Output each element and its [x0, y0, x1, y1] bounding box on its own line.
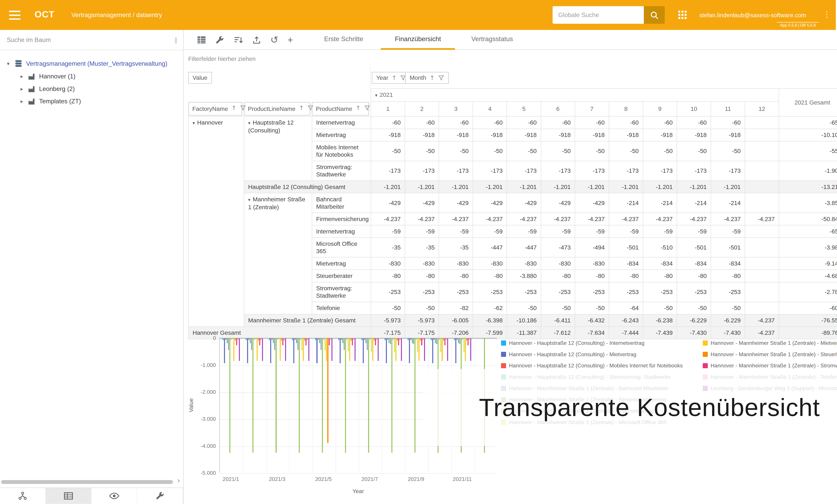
- splitter-handle-icon[interactable]: ∥: [173, 36, 179, 44]
- pivot-row-header-cell[interactable]: ▾Hannover: [188, 116, 244, 326]
- pivot-row-header-cell[interactable]: Internetvertrag: [312, 225, 371, 238]
- tree-item-hannover[interactable]: ▸ Hannover (1): [0, 70, 183, 82]
- tree-item-leonberg[interactable]: ▸ Leonberg (2): [0, 82, 183, 95]
- pivot-row-header-cell[interactable]: Mietvertrag: [312, 257, 371, 270]
- tree-item-templates[interactable]: ▸ Templates (ZT): [0, 95, 183, 108]
- tab-finanzuebersicht[interactable]: Finanzübersicht: [381, 30, 455, 50]
- global-search-input[interactable]: [553, 6, 644, 24]
- field-chip-productlinename[interactable]: ProductLineName: [244, 102, 310, 115]
- tree-item-label[interactable]: Hannover (1): [39, 73, 75, 80]
- kebab-menu-icon[interactable]: ⋮: [823, 10, 831, 19]
- filter-icon[interactable]: [438, 75, 444, 81]
- month-column-header[interactable]: 5: [507, 101, 541, 116]
- wrench-icon[interactable]: [215, 35, 224, 44]
- tree-root-item[interactable]: ▾ Vertragsmanagement (Muster_Vertragsver…: [0, 57, 183, 70]
- collapse-caret-icon[interactable]: ▾: [248, 197, 250, 202]
- filter-icon[interactable]: [240, 105, 246, 113]
- pivot-value-cell: -173: [677, 161, 711, 181]
- month-column-header[interactable]: 3: [439, 101, 473, 116]
- year-group-header[interactable]: ▾2021: [371, 89, 779, 101]
- field-chip-productname[interactable]: ProductName: [312, 102, 369, 115]
- pivot-value-cell: -6.238: [643, 314, 677, 326]
- pivot-value-cell: -50: [507, 302, 541, 314]
- tree-search-input[interactable]: [7, 36, 173, 43]
- tab-vertragsstatus[interactable]: Vertragsstatus: [455, 30, 529, 50]
- field-chip-factoryname[interactable]: FactoryName: [188, 102, 242, 115]
- pivot-row-header-cell[interactable]: Hauptstraße 12 (Consulting) Gesamt: [244, 181, 371, 193]
- hierarchy-view-button[interactable]: [0, 488, 46, 504]
- pivot-row-header-cell[interactable]: Bahncard Mitarbeiter: [312, 193, 371, 213]
- pivot-row-header-cell[interactable]: Mobiles Internet für Notebooks: [312, 141, 371, 161]
- search-button[interactable]: [644, 6, 665, 24]
- chart-bar: [232, 338, 233, 339]
- collapse-caret-icon[interactable]: ▾: [193, 120, 195, 126]
- tree-item-label[interactable]: Templates (ZT): [39, 98, 81, 105]
- pivot-row-header-cell[interactable]: Telefonie: [312, 302, 371, 314]
- sort-icon[interactable]: [298, 105, 304, 113]
- expander-down-icon[interactable]: ▾: [6, 61, 11, 67]
- month-column-header[interactable]: 9: [643, 101, 677, 116]
- sort-amount-icon[interactable]: [233, 35, 243, 45]
- scroll-right-icon[interactable]: ›: [177, 476, 180, 484]
- user-email[interactable]: stefan.lindenlaub@saxess-software.com: [699, 12, 806, 19]
- month-column-header[interactable]: 7: [575, 101, 609, 116]
- pivot-row-header-cell[interactable]: Firmenversicherung: [312, 213, 371, 225]
- collapse-caret-icon[interactable]: ▾: [375, 93, 377, 98]
- chart-bar: [318, 338, 319, 340]
- filter-icon[interactable]: [307, 105, 314, 113]
- pivot-row-header-cell[interactable]: Steuerberater: [312, 270, 371, 282]
- menu-icon[interactable]: [9, 11, 20, 20]
- tab-erste-schritte[interactable]: Erste Schritte: [306, 30, 381, 50]
- month-column-header[interactable]: 4: [473, 101, 507, 116]
- chart-bar: [228, 338, 229, 350]
- pivot-value-cell: -1.201: [643, 181, 677, 193]
- field-chip-year[interactable]: Year: [372, 72, 411, 84]
- collapse-caret-icon[interactable]: ▾: [248, 120, 250, 126]
- filter-icon[interactable]: [364, 105, 370, 113]
- expander-right-icon[interactable]: ▸: [19, 98, 24, 104]
- tree-root-label[interactable]: Vertragsmanagement (Muster_Vertragsverwa…: [26, 60, 167, 67]
- month-column-header[interactable]: 10: [677, 101, 711, 116]
- pivot-row-header-cell[interactable]: Internetvertrag: [312, 116, 371, 129]
- x-tick-label: 2021/9: [399, 476, 433, 482]
- chart-bar: [459, 338, 460, 344]
- sort-icon[interactable]: [429, 75, 435, 81]
- field-chip-month[interactable]: Month: [405, 72, 449, 84]
- pivot-row-header-cell[interactable]: Mietvertrag: [312, 129, 371, 141]
- field-chip-value[interactable]: Value: [188, 72, 212, 84]
- month-column-header[interactable]: 1: [371, 101, 405, 116]
- legend-label: Hannover - Hauptstraße 12 (Consulting) -…: [509, 340, 644, 346]
- pivot-row-header-cell[interactable]: ▾Mannheimer Straße 1 (Zentrale): [244, 193, 312, 314]
- sort-icon[interactable]: [355, 105, 361, 113]
- history-icon[interactable]: ↺: [270, 35, 279, 45]
- apps-grid-icon[interactable]: [678, 11, 687, 19]
- sort-icon[interactable]: [231, 105, 237, 113]
- expander-right-icon[interactable]: ▸: [19, 73, 24, 79]
- preview-button[interactable]: [92, 488, 137, 504]
- month-column-header[interactable]: 8: [609, 101, 643, 116]
- datagrid-icon[interactable]: [197, 35, 207, 45]
- settings-button[interactable]: [137, 488, 183, 504]
- sort-icon[interactable]: [391, 75, 397, 81]
- pivot-row-header-cell[interactable]: Microsoft Office 365: [312, 238, 371, 257]
- pivot-row-header-cell[interactable]: Stromvertrag: Stadtwerke: [312, 282, 371, 302]
- pivot-value-cell: -60: [473, 116, 507, 129]
- expander-right-icon[interactable]: ▸: [19, 86, 24, 92]
- chart-bar: [432, 338, 433, 363]
- horizontal-scrollbar[interactable]: [1, 480, 173, 484]
- pivot-row-header-cell[interactable]: ▾Hauptstraße 12 (Consulting): [244, 116, 312, 181]
- pivot-value-cell: -1.201: [677, 181, 711, 193]
- gridline: [220, 366, 497, 366]
- pivot-row-header-cell[interactable]: Mannheimer Straße 1 (Zentrale) Gesamt: [244, 314, 371, 326]
- month-column-header[interactable]: 11: [711, 101, 745, 116]
- month-column-header[interactable]: 2: [405, 101, 439, 116]
- tree-item-label[interactable]: Leonberg (2): [39, 85, 75, 92]
- month-column-header[interactable]: 6: [541, 101, 575, 116]
- add-icon[interactable]: +: [287, 35, 293, 45]
- month-column-header[interactable]: 12: [745, 101, 779, 116]
- legend-swatch: [501, 352, 506, 357]
- pivot-row-header-cell[interactable]: Stromvertrag: Stadtwerke: [312, 161, 371, 181]
- table-view-button[interactable]: [46, 488, 91, 504]
- pivot-value-cell: -80: [405, 270, 439, 282]
- export-icon[interactable]: [252, 35, 261, 44]
